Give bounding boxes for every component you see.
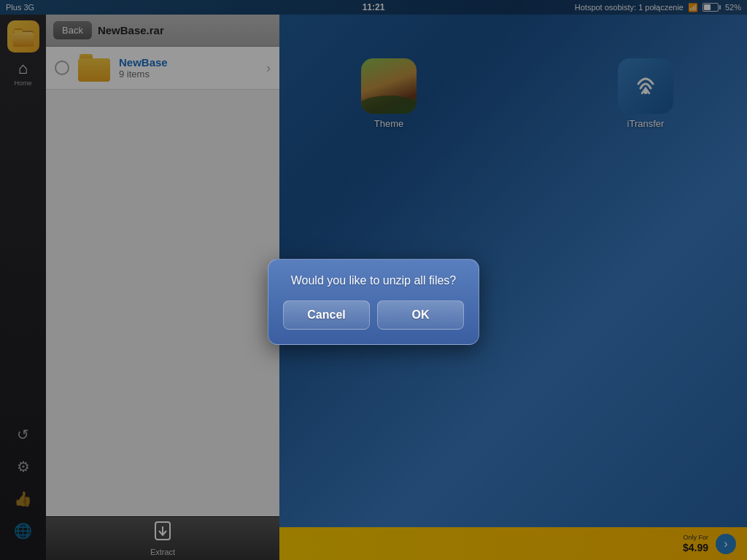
dialog-buttons: Cancel OK [283,300,464,330]
cancel-button[interactable]: Cancel [283,300,370,330]
ok-button[interactable]: OK [377,300,464,330]
dialog-overlay: Would you like to unzip all files? Cance… [0,0,747,560]
dialog-message: Would you like to unzip all files? [283,274,464,287]
dialog: Would you like to unzip all files? Cance… [268,259,479,345]
